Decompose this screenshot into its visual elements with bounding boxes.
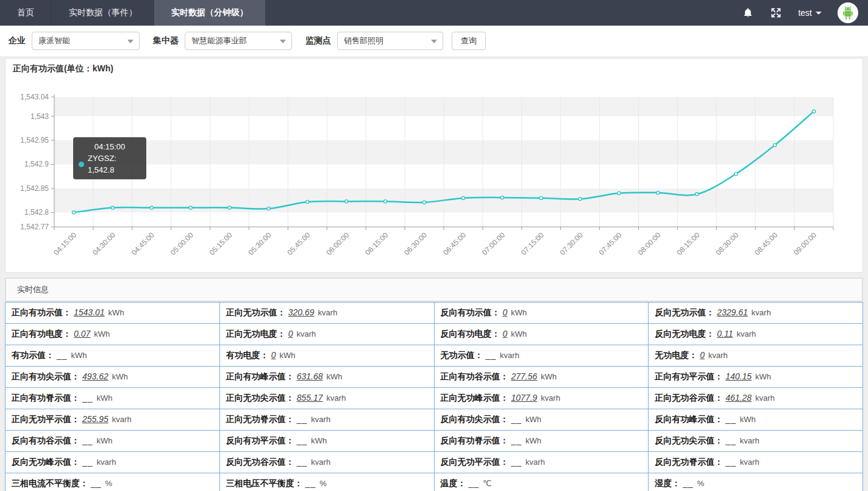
metric-value[interactable]: 855.17 [297,393,323,403]
metric-unit: ℃ [483,479,492,488]
metric-value[interactable]: 0 [271,350,276,360]
concentrator-label: 集中器 [153,35,179,46]
nav-tab-realtime-event[interactable]: 实时数据（事件） [51,0,154,26]
metric-cell: 无功电度：0kvarh [649,345,863,367]
nav-tab-home[interactable]: 首页 [0,0,51,26]
metric-unit: kvarh [755,393,775,403]
y-axis-label: 1,542.77 [20,223,49,231]
metric-unit: kvarh [327,393,346,403]
metric-value[interactable]: 0 [503,329,508,339]
metric-value: __ [297,435,308,445]
monitor-point-select[interactable]: 销售部照明 [337,32,443,50]
concentrator-select[interactable]: 智慧能源事业部 [185,32,292,50]
enterprise-select[interactable]: 康派智能 [32,32,140,50]
metric-label: 正向有功示值： [12,307,71,317]
nav-tab-realtime-minute[interactable]: 实时数据（分钟级） [154,0,265,26]
android-avatar[interactable] [838,2,858,23]
metric-value[interactable]: 140.15 [725,371,752,381]
metric-unit: kWh [755,372,771,381]
metric-value[interactable]: 277.56 [511,371,538,381]
data-point-marker [735,173,738,176]
metric-label: 反向无功峰示值： [12,457,80,467]
metric-cell: 正向无功脊示值：__kvarh [219,409,434,431]
metric-label: 反向无功电度： [655,329,714,339]
data-point-marker [72,211,75,214]
x-axis-label: 08:15:00 [675,231,702,257]
metric-value: __ [297,457,308,467]
x-axis-label: 07:15:00 [519,231,546,257]
metric-label: 温度： [441,478,466,488]
metric-cell: 有功示值：__kWh [5,345,220,367]
metric-value[interactable]: 0 [503,307,508,317]
metric-value[interactable]: 0.11 [717,329,733,339]
metric-cell: 三相电压不平衡度：__% [219,473,434,491]
y-axis-label: 1,542.95 [20,136,49,145]
x-axis-label: 05:30:00 [247,231,273,257]
metric-value[interactable]: 1077.9 [511,393,538,403]
bell-icon[interactable] [742,7,754,19]
metric-value: __ [91,478,102,488]
metric-cell: 反向有功平示值：__kWh [219,431,434,452]
user-menu[interactable]: test [798,8,822,18]
data-point-marker [228,206,231,209]
metric-cell: 湿度：__% [649,473,863,491]
metric-value: __ [297,414,308,424]
metric-value[interactable]: 2329.61 [717,307,748,317]
fullscreen-expand-icon[interactable] [770,7,782,19]
metric-value[interactable]: 255.95 [82,414,108,424]
metric-label: 三相电流不平衡度： [12,478,88,488]
metric-unit: % [697,479,705,488]
metric-unit: kvarh [97,457,116,467]
metric-cell: 反向有功脊示值：__kWh [434,431,649,452]
metric-label: 正向无功尖示值： [226,393,294,403]
nav-tabs: 首页实时数据（事件）实时数据（分钟级） [0,0,265,26]
metric-label: 正向有功峰示值： [226,371,294,381]
metric-label: 正向无功脊示值： [226,414,294,424]
metric-cell: 正向有功峰示值：631.68kWh [219,367,434,388]
metric-unit: kWh [97,393,113,403]
metric-value[interactable]: 0 [288,329,293,339]
metric-cell: 反向无功尖示值：__kvarh [649,431,863,452]
metric-value: __ [82,393,93,403]
metric-value: __ [305,478,316,488]
query-button[interactable]: 查询 [452,32,486,50]
metric-value: __ [82,435,93,445]
metric-label: 有功电度： [226,350,269,360]
table-row: 正向无功平示值：255.95kvarh正向无功脊示值：__kvarh反向有功尖示… [5,409,863,431]
metric-label: 反向有功峰示值： [655,414,723,424]
data-point-marker [656,191,660,194]
x-axis-label: 05:45:00 [286,231,312,257]
metric-cell: 正向无功电度：0kvarh [219,324,434,345]
monitor-point-selected-value: 销售部照明 [344,35,383,46]
data-point-marker [812,110,815,113]
metric-value: __ [725,414,736,424]
metric-value: __ [725,435,736,445]
x-axis-label: 04:45:00 [130,231,156,257]
metric-cell: 反向有功峰示值：__kWh [649,409,863,431]
data-point-marker [345,200,348,203]
metric-unit: kWh [97,436,113,445]
metric-value[interactable]: 0 [700,350,705,360]
metric-label: 反向有功电度： [441,329,500,339]
data-point-marker [150,206,153,209]
line-chart[interactable]: 1,542.771,542.81,542.851,542.91,542.951,… [5,59,863,272]
x-axis-label: 07:30:00 [558,231,585,257]
x-axis-label: 05:15:00 [208,231,234,257]
metric-value: __ [82,457,93,467]
metric-value[interactable]: 461.28 [725,393,752,403]
metric-unit: kvarh [112,415,132,424]
data-point-marker [617,192,621,195]
metric-value[interactable]: 493.62 [82,371,108,381]
metric-value[interactable]: 1543.01 [74,307,105,317]
metric-value[interactable]: 320.69 [288,307,315,317]
metric-unit: kvarh [736,329,756,339]
metric-value: __ [486,350,497,360]
metric-cell: 正向有功示值：1543.01kWh [5,303,220,324]
metric-unit: kvarh [311,457,330,467]
metric-unit: kWh [740,415,756,424]
metric-cell: 反向无功示值：2329.61kvarh [649,303,863,324]
metric-value[interactable]: 0.07 [74,329,90,339]
metric-cell: 正向有功脊示值：__kWh [5,388,220,409]
metric-value[interactable]: 631.68 [297,371,323,381]
table-row: 反向无功峰示值：__kvarh反向无功谷示值：__kvarh反向无功平示值：__… [5,452,863,473]
